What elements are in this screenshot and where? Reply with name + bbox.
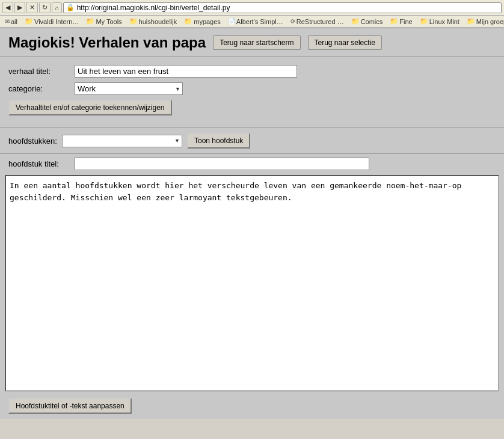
toolbar-row: ◀ ▶ ✕ ↻ ⌂ 🔒 http://original.magiokis.nl/… xyxy=(0,0,504,16)
bookmark-mail-label: ail xyxy=(11,18,17,25)
bottom-section: Hoofdstuktitel of -tekst aanpassen xyxy=(0,393,504,419)
bookmark-huishoudelijk[interactable]: 📁 huishoudelijk xyxy=(127,17,180,26)
bookmark-comics-label: Comics xyxy=(361,18,383,25)
folder-icon: 📁 xyxy=(25,17,33,25)
header-divider xyxy=(0,56,504,57)
back-to-selection-button[interactable]: Terug naar selectie xyxy=(308,35,382,50)
bookmark-fine-label: Fine xyxy=(399,18,412,25)
hoofdstukken-label: hoofdstukken: xyxy=(8,137,57,146)
page-header: Magiokis! Verhalen van papa Terug naar s… xyxy=(0,28,504,56)
assign-row: Verhaaltitel en/of categorie toekennen/w… xyxy=(8,100,496,115)
folder-icon: 📁 xyxy=(86,17,94,25)
section-divider-1 xyxy=(0,127,504,128)
folder-icon: 📁 xyxy=(390,17,398,25)
bookmark-fine[interactable]: 📁 Fine xyxy=(387,17,414,26)
hoofdstukken-select[interactable] xyxy=(62,135,182,147)
bookmark-mijngroepen-label: Mijn groepen … xyxy=(476,18,504,25)
reload-button[interactable]: ↻ xyxy=(39,2,51,13)
address-bar: 🔒 http://original.magiokis.nl/cgi-bin/ve… xyxy=(63,2,502,13)
folder-icon: 📁 xyxy=(467,17,475,25)
folder-icon: 📁 xyxy=(129,17,138,25)
bookmark-vivaldi[interactable]: 📁 Vivaldi Intern… xyxy=(22,17,81,26)
bookmark-mypages-label: mypages xyxy=(194,18,221,25)
categorie-select-wrapper: Work Home Other xyxy=(75,82,183,95)
bookmark-restructured-label: ReStructured … xyxy=(297,18,344,25)
bookmark-comics[interactable]: 📁 Comics xyxy=(349,17,386,26)
hoofdstukken-select-wrapper xyxy=(62,135,182,147)
hoofdstukken-row: hoofdstukken: Toon hoofdstuk xyxy=(8,133,496,149)
page-wrapper: Magiokis! Verhalen van papa Terug naar s… xyxy=(0,28,504,419)
mail-icon: ✉ xyxy=(5,18,10,25)
section-divider-2 xyxy=(0,153,504,154)
bookmark-linuxmint-label: Linux Mint xyxy=(429,18,459,25)
bookmark-alberts-label: Albert's Simpl… xyxy=(236,18,283,25)
bookmark-vivaldi-label: Vivaldi Intern… xyxy=(34,18,79,25)
bookmark-mijngroepen[interactable]: 📁 Mijn groepen … xyxy=(464,17,504,26)
categorie-select[interactable]: Work Home Other xyxy=(75,82,183,95)
back-button[interactable]: ◀ xyxy=(2,2,13,13)
text-area-section: In een aantal hoofdstukken wordt hier he… xyxy=(5,175,499,393)
form-section: verhaal titel: categorie: Work Home Othe… xyxy=(0,61,504,124)
bookmark-mail[interactable]: ✉ ail xyxy=(2,17,20,26)
bookmarks-bar: ✉ ail 📁 Vivaldi Intern… 📁 My Tools 📁 hui… xyxy=(0,16,504,28)
bookmark-mytools-label: My Tools xyxy=(96,18,121,25)
verhaal-label: verhaal titel: xyxy=(8,67,75,76)
bookmark-restructured[interactable]: ⟳ ReStructured … xyxy=(288,17,346,26)
folder-icon: 📁 xyxy=(184,17,192,25)
back-to-start-button[interactable]: Terug naar startscherm xyxy=(213,35,300,50)
bookmark-alberts[interactable]: 📄 Albert's Simpl… xyxy=(226,17,286,26)
assign-button[interactable]: Verhaaltitel en/of categorie toekennen/w… xyxy=(8,100,172,115)
restructured-icon: ⟳ xyxy=(290,18,295,25)
browser-chrome: ◀ ▶ ✕ ↻ ⌂ 🔒 http://original.magiokis.nl/… xyxy=(0,0,504,28)
toon-button[interactable]: Toon hoofdstuk xyxy=(187,133,250,149)
forward-button[interactable]: ▶ xyxy=(14,2,25,13)
chapter-title-row: hoofdstuk titel: xyxy=(8,158,496,170)
folder-icon: 📁 xyxy=(420,17,428,25)
home-button[interactable]: ⌂ xyxy=(52,2,62,13)
update-button[interactable]: Hoofdstuktitel of -tekst aanpassen xyxy=(8,398,132,414)
address-input[interactable]: http://original.magiokis.nl/cgi-bin/vert… xyxy=(77,4,499,12)
lock-icon: 🔒 xyxy=(66,4,75,11)
categorie-label: categorie: xyxy=(8,84,75,93)
bookmark-mypages[interactable]: 📁 mypages xyxy=(182,17,223,26)
categorie-row: categorie: Work Home Other xyxy=(8,82,496,95)
page-icon: 📄 xyxy=(228,18,235,25)
bookmark-mytools[interactable]: 📁 My Tools xyxy=(84,17,124,26)
bookmark-linuxmint[interactable]: 📁 Linux Mint xyxy=(417,17,462,26)
chapter-title-input[interactable] xyxy=(75,158,369,170)
bookmark-huishoudelijk-label: huishoudelijk xyxy=(139,18,177,25)
stop-button[interactable]: ✕ xyxy=(26,2,38,13)
folder-icon: 📁 xyxy=(351,17,360,25)
page-title: Magiokis! Verhalen van papa xyxy=(8,34,206,51)
verhaal-input[interactable] xyxy=(75,65,297,78)
verhaal-row: verhaal titel: xyxy=(8,65,496,78)
chapter-title-label: hoofdstuk titel: xyxy=(8,159,75,168)
story-textarea[interactable]: In een aantal hoofdstukken wordt hier he… xyxy=(5,175,499,391)
